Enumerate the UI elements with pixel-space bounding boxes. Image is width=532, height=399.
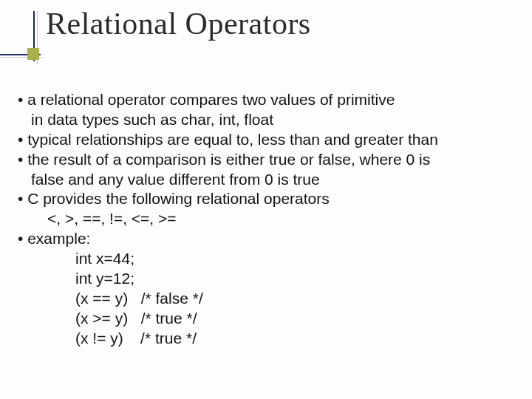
slide: Relational Operators • a relational oper…: [0, 0, 532, 399]
bullet-3-line-1: • the result of a comparison is either t…: [18, 150, 519, 170]
slide-title: Relational Operators: [46, 6, 311, 41]
code-line-5: (x != y) /* true */: [18, 329, 519, 349]
corner-decoration: [0, 11, 44, 55]
code-line-4: (x >= y) /* true */: [18, 309, 519, 329]
code-line-2: int y=12;: [18, 269, 519, 289]
code-line-3: (x == y) /* false */: [18, 289, 519, 309]
code-line-1: int x=44;: [18, 249, 519, 269]
bullet-1-line-2: in data types such as char, int, float: [18, 110, 519, 130]
bullet-2: • typical relationships are equal to, le…: [18, 130, 519, 150]
slide-body: • a relational operator compares two val…: [18, 90, 519, 348]
bullet-4: • C provides the following relational op…: [18, 189, 519, 209]
bullet-1-line-1: • a relational operator compares two val…: [18, 90, 519, 110]
operators-list: <, >, ==, !=, <=, >=: [18, 209, 519, 229]
bullet-3-line-2: false and any value different from 0 is …: [18, 170, 519, 190]
bullet-5: • example:: [18, 229, 519, 249]
